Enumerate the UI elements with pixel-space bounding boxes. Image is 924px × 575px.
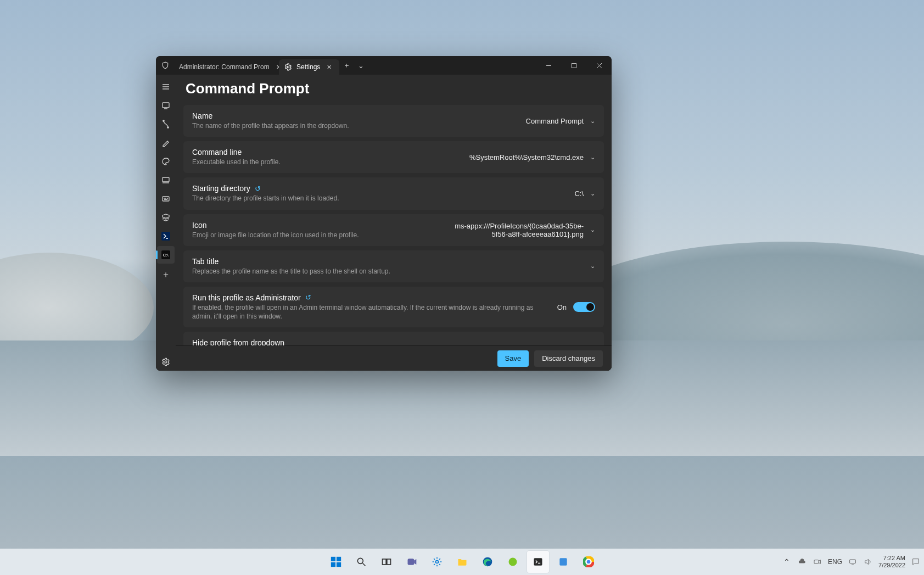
setting-value: %SystemRoot%\System32\cmd.exe: [469, 153, 584, 161]
svg-point-12: [163, 120, 164, 121]
sidebar-profile-cmd[interactable]: C:\: [157, 246, 175, 264]
setting-desc: The name of the profile that appears in …: [192, 121, 519, 130]
setting-hide-row: Hide profile from dropdown If enabled, t…: [183, 332, 604, 345]
reset-icon[interactable]: ↺: [255, 185, 261, 193]
plus-icon: ＋: [161, 269, 170, 278]
taskbar-app-generic-blue[interactable]: [552, 551, 574, 573]
tab-close-button[interactable]: ✕: [274, 63, 279, 72]
tray-language[interactable]: ENG: [828, 558, 842, 566]
svg-point-34: [435, 561, 438, 563]
setting-label: Command line: [192, 148, 463, 157]
setting-desc: The directory the profile starts in when…: [192, 194, 568, 203]
maximize-button[interactable]: [561, 56, 586, 75]
setting-value: Command Prompt: [526, 117, 584, 125]
setting-desc: Emoji or image file location of the icon…: [192, 231, 445, 239]
setting-tabtitle-expander[interactable]: Tab title Replaces the profile name as t…: [183, 250, 604, 282]
sidebar-appearance-icon[interactable]: [157, 134, 175, 152]
setting-label: Starting directory: [192, 184, 250, 193]
tab-close-button[interactable]: ✕: [324, 63, 334, 72]
taskbar-app-teams[interactable]: [401, 551, 423, 573]
sidebar-settings-gear[interactable]: [157, 353, 175, 371]
minimize-button[interactable]: [536, 56, 561, 75]
tray-clock[interactable]: 7:22 AM 7/29/2022: [878, 555, 905, 568]
setting-icon-expander[interactable]: Icon Emoji or image file location of the…: [183, 214, 604, 246]
setting-name-expander[interactable]: Name The name of the profile that appear…: [183, 105, 604, 137]
hamburger-button[interactable]: [157, 78, 175, 96]
setting-commandline-expander[interactable]: Command line Executable used in the prof…: [183, 141, 604, 173]
sidebar-interaction-icon[interactable]: [157, 115, 175, 133]
taskbar-app-explorer[interactable]: [451, 551, 473, 573]
gear-icon: [284, 63, 292, 71]
svg-rect-28: [336, 562, 340, 567]
sidebar-add-profile-button[interactable]: ＋: [157, 265, 175, 282]
chevron-down-icon: ⌄: [590, 226, 595, 233]
sidebar-profile-powershell[interactable]: [157, 227, 175, 245]
tray-network-icon[interactable]: [848, 557, 858, 567]
setting-label: Icon: [192, 221, 445, 230]
chevron-down-icon: ⌄: [590, 190, 595, 197]
svg-rect-37: [534, 558, 542, 565]
chevron-down-icon: ⌄: [590, 263, 595, 270]
runadmin-toggle[interactable]: [573, 302, 595, 312]
setting-desc: If enabled, the profile will open in an …: [192, 303, 551, 321]
setting-runadmin-row: Run this profile as Administrator ↺ If e…: [183, 287, 604, 327]
tray-volume-icon[interactable]: [863, 557, 873, 567]
tray-chevron-icon[interactable]: ⌃: [782, 557, 792, 567]
svg-rect-27: [331, 562, 335, 567]
svg-rect-25: [331, 557, 335, 561]
svg-line-30: [362, 563, 365, 566]
setting-label: Run this profile as Administrator: [192, 293, 301, 302]
tray-time: 7:22 AM: [878, 555, 905, 562]
new-tab-button[interactable]: ＋: [339, 56, 354, 75]
sidebar-actions-icon[interactable]: [157, 190, 175, 208]
tray-onedrive-icon[interactable]: [797, 557, 807, 567]
sidebar-startup-icon[interactable]: [157, 97, 175, 114]
svg-point-13: [167, 127, 169, 128]
reset-icon[interactable]: ↺: [305, 293, 311, 302]
setting-desc: Replaces the profile name as the title t…: [192, 267, 584, 276]
tab-label: Administrator: Command Prom: [179, 63, 270, 71]
svg-rect-33: [407, 559, 414, 565]
sidebar-defaults-icon[interactable]: [157, 209, 175, 226]
svg-rect-44: [814, 560, 819, 564]
settings-scroll-area[interactable]: Name The name of the profile that appear…: [176, 105, 612, 345]
chevron-down-icon: ⌄: [590, 118, 595, 125]
tab-settings[interactable]: Settings ✕: [279, 59, 339, 75]
svg-point-24: [165, 361, 167, 363]
taskbar-app-chrome[interactable]: [578, 551, 600, 573]
svg-rect-38: [559, 558, 567, 565]
tray-notifications-icon[interactable]: [911, 557, 921, 567]
discard-button[interactable]: Discard changes: [534, 350, 603, 367]
sidebar-colorschemes-icon[interactable]: [157, 153, 175, 170]
chevron-down-icon: ⌄: [590, 154, 595, 161]
settings-footer: Save Discard changes: [176, 345, 612, 371]
taskview-button[interactable]: [376, 551, 397, 573]
svg-rect-4: [572, 63, 576, 68]
taskbar-app-edge[interactable]: [477, 551, 499, 573]
svg-point-43: [586, 560, 590, 564]
close-button[interactable]: [586, 56, 612, 75]
sidebar-rendering-icon[interactable]: [157, 171, 175, 189]
svg-text:C:\: C:\: [163, 253, 169, 258]
page-title: Command Prompt: [176, 75, 612, 105]
tray-date: 7/29/2022: [878, 562, 905, 569]
save-button[interactable]: Save: [497, 350, 529, 367]
setting-label: Hide profile from dropdown: [192, 338, 551, 345]
taskbar-app-terminal[interactable]: [527, 551, 549, 573]
terminal-settings-window: C:\ Administrator: Command Prom ✕ Settin…: [156, 56, 612, 371]
setting-startdir-expander[interactable]: Starting directory ↺ The directory the p…: [183, 177, 604, 209]
titlebar: C:\ Administrator: Command Prom ✕ Settin…: [156, 56, 612, 75]
tab-dropdown-button[interactable]: ⌄: [354, 56, 368, 75]
svg-rect-16: [163, 197, 169, 201]
search-button[interactable]: [350, 551, 372, 573]
settings-sidebar: C:\ ＋: [156, 75, 176, 371]
start-button[interactable]: [325, 551, 347, 573]
toggle-state-label: On: [557, 303, 567, 311]
svg-rect-45: [850, 560, 856, 563]
tray-meetnow-icon[interactable]: [813, 557, 822, 567]
tab-admin-cmd[interactable]: C:\ Administrator: Command Prom ✕: [169, 59, 279, 75]
tab-label: Settings: [296, 63, 320, 71]
svg-rect-10: [163, 103, 169, 108]
taskbar-app-generic-green[interactable]: [502, 551, 524, 573]
taskbar-app-settings[interactable]: [426, 551, 448, 573]
